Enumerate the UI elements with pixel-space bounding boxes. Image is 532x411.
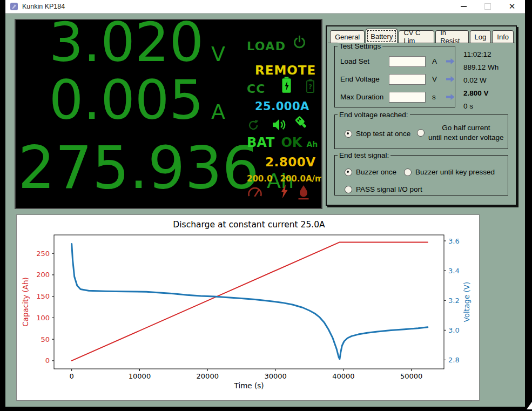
left-tick-label: 50 [41,335,50,343]
end-voltage-row: End VoltageV [340,70,455,88]
capacity-value: 275.936 [18,139,259,197]
left-tick-label: 150 [36,292,50,300]
radio-label[interactable]: Go half current until next under voltage [428,123,504,142]
bat-label: BAT [247,135,274,150]
tab-info[interactable]: Info [492,30,514,43]
tab-log[interactable]: Log [470,30,491,43]
load-set-input[interactable] [389,56,426,67]
left-axis-label: Capacity (Ah) [21,277,30,327]
current-value: 0.005 [49,73,204,127]
close-button[interactable]: ✕ [507,1,517,12]
test-settings-title: Test Settings [338,42,382,50]
radio-option-buzzer-once[interactable]: Buzzer once [345,167,396,177]
apply-end-voltage-button[interactable] [446,76,455,83]
end-voltage-input[interactable] [389,74,426,85]
radio-selected-icon[interactable] [345,169,352,176]
ok-label: OK [281,135,302,150]
voltage-value: 3.020 [49,19,204,70]
apply-max-duration-button[interactable] [446,93,455,100]
x-axis-label: Time (s) [234,381,264,390]
mode-label: CC [247,82,265,96]
right-tick-label: 2.8 [448,356,460,364]
battery-status-icon: ? [306,79,314,95]
radio-unselected-icon[interactable] [404,169,412,176]
tab-battery[interactable]: Battery [366,29,398,43]
apply-load-set-button[interactable] [446,58,455,65]
usb-icon [293,114,311,134]
radio-label[interactable]: Buzzer until key pressed [415,167,495,177]
radio-option-go-half-current-until-next-under-voltage[interactable]: Go half current until next under voltage [417,123,504,142]
maximize-button[interactable] [482,1,493,12]
title-bar: Kunkin KP184 ✕ [5,0,525,14]
left-tick-label: 100 [36,314,50,322]
end-voltage-reached-group: End voltage reached: Stop test at onceGo… [334,114,508,149]
app-window: Kunkin KP184 ✕ 3.020 V 0.005 A 275.936 A… [5,0,525,407]
max-duration-unit: s [432,93,441,101]
slope-settings: 200.0 200.0A/ms [247,174,322,184]
svg-text:?: ? [308,83,312,91]
power-icon [292,35,307,52]
arrow-right-icon [446,76,455,83]
end-voltage-label: End Voltage [340,75,389,83]
minimize-icon [461,6,467,7]
tab-strip: GeneralBatteryCV C LimIn ResistLogInfo [330,29,514,43]
x-tick-label: 40000 [332,372,354,380]
arrow-right-icon [446,93,455,100]
x-tick-label: 10000 [129,372,151,380]
radio-label[interactable]: Stop test at once [356,129,410,139]
load-status-label: LOAD [247,39,286,53]
chart-title: Discharge at constant current 25.0A [173,220,325,230]
right-axis-label: Voltage (V) [462,282,471,322]
x-tick-label: 0 [70,372,74,380]
tab-cv-c-lim[interactable]: CV C Lim [399,30,434,43]
plot-area [54,235,444,369]
left-tick-label: 200 [36,271,50,279]
lightning-icon [280,184,288,201]
slope-current-value: 200.0 [247,174,272,184]
right-tick-label: 3.0 [448,326,460,334]
slope-rate-value: 200.0A/ms [280,174,322,184]
radio-option-buzzer-until-key-pressed[interactable]: Buzzer until key pressed [404,167,495,177]
end-test-signal-title: End test signal: [338,151,390,159]
repeat-icon [247,119,260,133]
arrow-right-icon [446,58,455,65]
max-duration-input[interactable] [389,92,426,103]
radio-option-pass-signal-i-o-port[interactable]: PASS signal I/O port [345,185,422,194]
max-duration-label: Max Duration [340,93,389,101]
remote-status-label: REMOTE [255,63,316,77]
test-settings-group: Test Settings Load SetAEnd VoltageVMax D… [334,46,455,107]
end-test-signal-group: End test signal: Buzzer onceBuzzer until… [334,155,508,196]
tab-in-resist[interactable]: In Resist [435,30,468,43]
radio-unselected-icon[interactable] [417,129,425,137]
end-voltage-reached-title: End voltage reached: [338,111,410,119]
end-voltage-unit: V [432,75,441,83]
load-set-label: Load Set [340,57,389,65]
window-title: Kunkin KP184 [22,3,65,10]
x-tick-label: 50000 [400,372,422,380]
voltage-unit: V [211,44,225,64]
right-tick-label: 3.2 [448,297,460,305]
end-voltage-value: 2.800V [265,155,316,169]
stat-time: 11:02:12 [463,48,499,61]
radio-unselected-icon[interactable] [345,186,352,193]
test-settings-rows: Load SetAEnd VoltageVMax Durations [335,52,455,106]
x-tick-label: 20000 [197,372,219,380]
gauge-icon [247,185,263,201]
right-tick-label: 3.4 [448,267,460,275]
x-tick-label: 30000 [264,372,286,380]
stat-energy: 889.12 Wh [463,61,499,74]
set-current-value: 25.000A [255,100,309,113]
radio-label[interactable]: PASS signal I/O port [356,185,422,194]
radio-option-stop-test-at-once[interactable]: Stop test at once [345,129,410,139]
speaker-icon [272,118,286,133]
radio-selected-icon[interactable] [345,130,352,138]
radio-label[interactable]: Buzzer once [356,167,396,177]
chart-svg: 0100002000030000400005000005010015020025… [17,215,478,399]
settings-tab-panel: GeneralBatteryCV C LimIn ResistLogInfo T… [326,25,517,206]
stat-elapsed: 0 s [463,100,499,113]
minimize-button[interactable] [458,1,469,12]
current-unit: A [211,102,225,122]
tab-general[interactable]: General [330,30,365,43]
app-icon [10,3,18,10]
left-tick-label: 0 [45,356,50,365]
